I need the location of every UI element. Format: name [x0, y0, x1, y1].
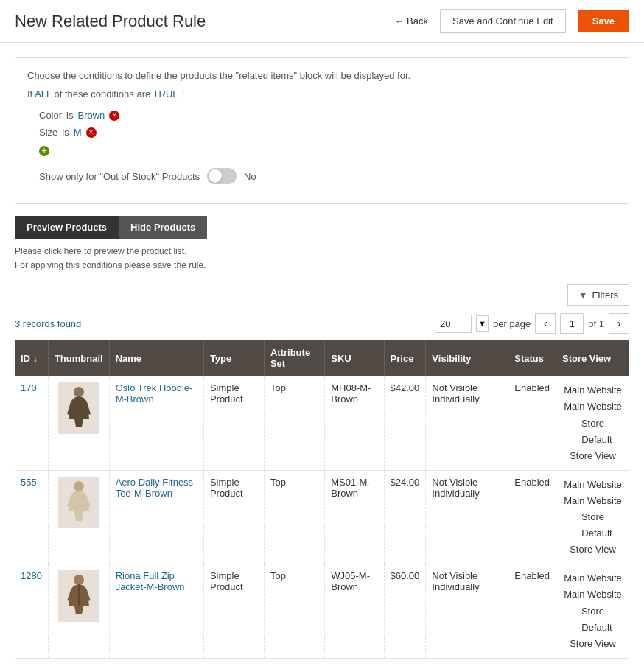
- cell-price: $42.00: [384, 376, 426, 470]
- next-page-button[interactable]: ›: [609, 313, 629, 334]
- cell-id: 1280: [15, 564, 48, 658]
- conditions-logic: If ALL of these conditions are TRUE :: [27, 88, 617, 99]
- cell-store-view: Main WebsiteMain Website Store Default S…: [556, 376, 629, 470]
- cell-type: Simple Product: [203, 470, 264, 564]
- logic-true-link[interactable]: TRUE: [153, 88, 179, 99]
- per-page-label: per page: [493, 318, 531, 329]
- cell-sku: MH08-M-Brown: [325, 376, 384, 470]
- size-is: is: [62, 127, 69, 138]
- toggle-knob: [209, 169, 222, 183]
- cell-thumbnail: [48, 376, 109, 470]
- cell-id: 555: [15, 470, 48, 564]
- color-label: Color: [39, 110, 62, 121]
- remove-size-condition[interactable]: ×: [86, 127, 97, 138]
- cell-sku: MS01-M-Brown: [325, 470, 384, 564]
- conditions-section: Choose the conditions to define the prod…: [15, 57, 629, 204]
- cell-status: Enabled: [508, 470, 556, 564]
- cell-store-view: Main WebsiteMain Website Store Default S…: [556, 564, 629, 658]
- cell-type: Simple Product: [203, 376, 264, 470]
- hide-products-button[interactable]: Hide Products: [119, 216, 207, 239]
- svg-point-0: [74, 387, 84, 397]
- size-value-link[interactable]: M: [74, 127, 82, 138]
- records-found: 3 records found: [15, 318, 81, 329]
- save-continue-button[interactable]: Save and Continue Edit: [440, 9, 566, 33]
- cell-name: Riona Full Zip Jacket-M-Brown: [109, 564, 203, 658]
- filters-label: Filters: [592, 290, 618, 301]
- products-table: ID ↓ Thumbnail Name Type Attribute Set S…: [15, 340, 629, 658]
- cell-visibility: Not Visible Individually: [426, 376, 508, 470]
- cell-sku: WJ05-M-Brown: [325, 564, 384, 658]
- pagination-bar: 3 records found 20 ▼ per page ‹ 1 of 1 ›: [15, 313, 629, 334]
- table-row: 555 Aero Daily Fitness Tee-M-Brown Simpl…: [15, 470, 629, 564]
- cell-name: Aero Daily Fitness Tee-M-Brown: [109, 470, 203, 564]
- main-content: Choose the conditions to define the prod…: [0, 43, 644, 669]
- svg-point-1: [74, 481, 84, 491]
- cell-type: Simple Product: [203, 564, 264, 658]
- table-row: 1280 Riona Full Zip Jacket-M-Brown Simpl…: [15, 564, 629, 658]
- color-is: is: [66, 110, 73, 121]
- cell-attribute-set: Top: [264, 564, 324, 658]
- logic-suffix: of these conditions are: [54, 88, 153, 99]
- per-page-dropdown-button[interactable]: ▼: [476, 315, 489, 332]
- cell-store-view: Main WebsiteMain Website Store Default S…: [556, 470, 629, 564]
- cell-visibility: Not Visible Individually: [426, 470, 508, 564]
- helper-line1: Please click here to preview the product…: [15, 246, 186, 256]
- cell-id: 170: [15, 376, 48, 470]
- cell-price: $60.00: [384, 564, 426, 658]
- color-value-link[interactable]: Brown: [77, 110, 105, 121]
- remove-color-condition[interactable]: ×: [109, 111, 119, 121]
- product-thumbnail: [58, 382, 99, 434]
- prev-page-button[interactable]: ‹: [535, 313, 556, 334]
- helper-line2: For applying this conditions please save…: [15, 260, 206, 270]
- col-thumbnail: Thumbnail: [48, 340, 109, 376]
- preview-products-button[interactable]: Preview Products: [15, 216, 119, 239]
- logic-prefix: If: [27, 88, 32, 99]
- out-of-stock-label: Show only for "Out of Stock" Products: [39, 171, 200, 182]
- out-of-stock-value: No: [244, 171, 256, 182]
- cell-price: $24.00: [384, 470, 426, 564]
- table-row: 170 Oslo Trek Hoodie-M-Brown Simple Prod…: [15, 376, 629, 470]
- cell-thumbnail: [48, 564, 109, 658]
- size-condition: Size is M ×: [27, 124, 617, 141]
- filters-button[interactable]: ▼ Filters: [567, 284, 629, 306]
- page-header: New Related Product Rule ← Back Save and…: [0, 0, 644, 43]
- col-attribute-set: Attribute Set: [264, 340, 324, 376]
- cell-thumbnail: [48, 470, 109, 564]
- out-of-stock-toggle[interactable]: [207, 168, 237, 184]
- color-condition: Color is Brown ×: [27, 107, 617, 124]
- cell-visibility: Not Visible Individually: [426, 564, 508, 658]
- add-condition-button[interactable]: +: [39, 146, 49, 156]
- cell-status: Enabled: [508, 564, 556, 658]
- helper-text: Please click here to preview the product…: [15, 245, 629, 273]
- col-type: Type: [203, 340, 264, 376]
- col-visibility: Visibility: [426, 340, 508, 376]
- size-label: Size: [39, 127, 57, 138]
- logic-operator-link[interactable]: ALL: [35, 88, 52, 99]
- back-link[interactable]: ← Back: [395, 15, 429, 27]
- svg-point-2: [74, 575, 84, 585]
- sort-icon: ↓: [33, 353, 38, 364]
- action-buttons: Preview Products Hide Products: [15, 216, 629, 239]
- save-button[interactable]: Save: [578, 10, 629, 32]
- per-page-select: 20 ▼ per page: [435, 315, 531, 333]
- conditions-description: Choose the conditions to define the prod…: [27, 70, 617, 81]
- pagination-controls: 20 ▼ per page ‹ 1 of 1 ›: [435, 313, 629, 334]
- filter-icon: ▼: [578, 290, 588, 301]
- product-thumbnail: [58, 477, 99, 528]
- col-id: ID ↓: [15, 340, 48, 376]
- per-page-value: 20: [435, 315, 472, 333]
- page-title: New Related Product Rule: [15, 12, 206, 31]
- filters-bar: ▼ Filters: [15, 284, 629, 306]
- current-page-input[interactable]: 1: [560, 313, 584, 334]
- table-header-row: ID ↓ Thumbnail Name Type Attribute Set S…: [15, 340, 629, 376]
- header-actions: ← Back Save and Continue Edit Save: [395, 9, 630, 33]
- col-status: Status: [508, 340, 556, 376]
- product-thumbnail: [58, 570, 99, 622]
- cell-status: Enabled: [508, 376, 556, 470]
- col-price: Price: [384, 340, 426, 376]
- cell-attribute-set: Top: [264, 376, 324, 470]
- cell-attribute-set: Top: [264, 470, 324, 564]
- out-of-stock-row: Show only for "Out of Stock" Products No: [27, 161, 617, 192]
- total-pages: of 1: [588, 318, 604, 329]
- col-name: Name: [109, 340, 203, 376]
